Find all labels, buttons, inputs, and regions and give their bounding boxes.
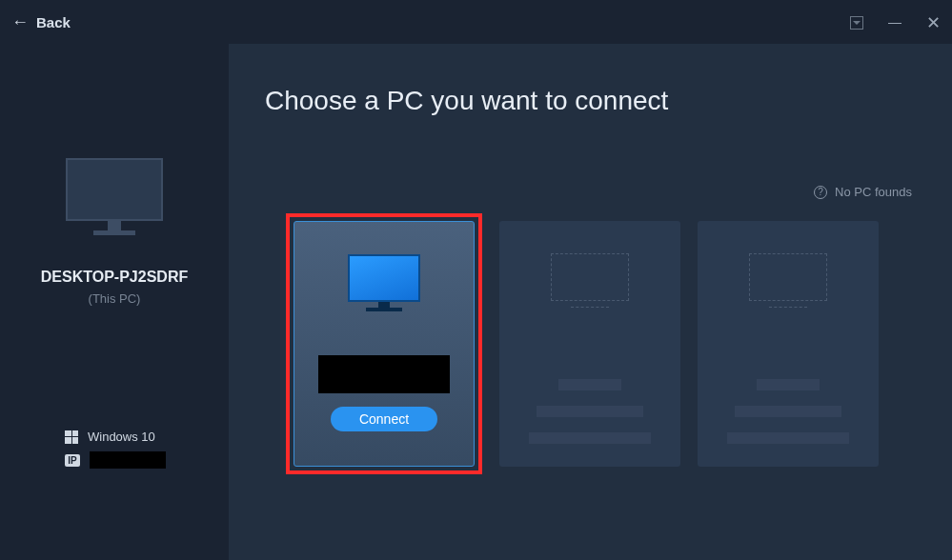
connect-button[interactable]: Connect xyxy=(331,407,437,431)
pc-card-placeholder xyxy=(698,221,879,467)
pc-card-placeholder xyxy=(499,221,680,467)
back-label: Back xyxy=(36,14,71,30)
back-arrow-icon: ← xyxy=(11,12,29,32)
window-controls: ✕ xyxy=(847,13,942,32)
pc-card-name-redacted xyxy=(318,355,450,393)
close-icon: ✕ xyxy=(926,14,941,31)
titlebar: ← Back ✕ xyxy=(0,0,952,44)
ip-badge-icon: IP xyxy=(65,454,80,467)
ip-value-redacted xyxy=(90,451,166,469)
pc-card-highlight: Connect xyxy=(286,213,482,474)
this-pc-monitor-icon xyxy=(66,158,163,238)
back-button[interactable]: ← Back xyxy=(11,12,71,32)
placeholder-line xyxy=(727,432,849,444)
monitor-icon xyxy=(348,254,420,313)
monitor-placeholder-icon xyxy=(551,253,629,310)
this-pc-name: DESKTOP-PJ2SDRF xyxy=(41,269,188,286)
placeholder-line xyxy=(537,406,643,417)
minimize-button[interactable] xyxy=(885,13,904,32)
pc-card-list: Connect xyxy=(294,221,916,474)
page-title: Choose a PC you want to connect xyxy=(265,86,916,116)
minimize-icon xyxy=(888,23,901,24)
help-text: No PC founds xyxy=(835,185,912,199)
windows-icon xyxy=(65,430,78,444)
main-area: DESKTOP-PJ2SDRF (This PC) Windows 10 IP … xyxy=(0,44,952,560)
no-pc-founds-link[interactable]: ? No PC founds xyxy=(814,185,912,199)
help-icon: ? xyxy=(814,186,827,199)
dropdown-icon xyxy=(850,16,863,30)
placeholder-line xyxy=(558,379,621,390)
close-button[interactable]: ✕ xyxy=(923,13,942,32)
this-pc-note: (This PC) xyxy=(89,291,141,306)
dropdown-button[interactable] xyxy=(847,13,866,32)
sidebar: DESKTOP-PJ2SDRF (This PC) Windows 10 IP xyxy=(0,44,229,560)
monitor-placeholder-icon xyxy=(749,253,827,310)
sidebar-footer: Windows 10 IP xyxy=(65,430,166,476)
os-row: Windows 10 xyxy=(65,430,166,444)
pc-card-available[interactable]: Connect xyxy=(294,221,475,467)
ip-row: IP xyxy=(65,451,166,469)
placeholder-line xyxy=(529,432,651,444)
os-label: Windows 10 xyxy=(88,430,155,444)
content-panel: Choose a PC you want to connect ? No PC … xyxy=(229,44,952,560)
placeholder-line xyxy=(735,406,841,417)
placeholder-line xyxy=(757,379,820,390)
